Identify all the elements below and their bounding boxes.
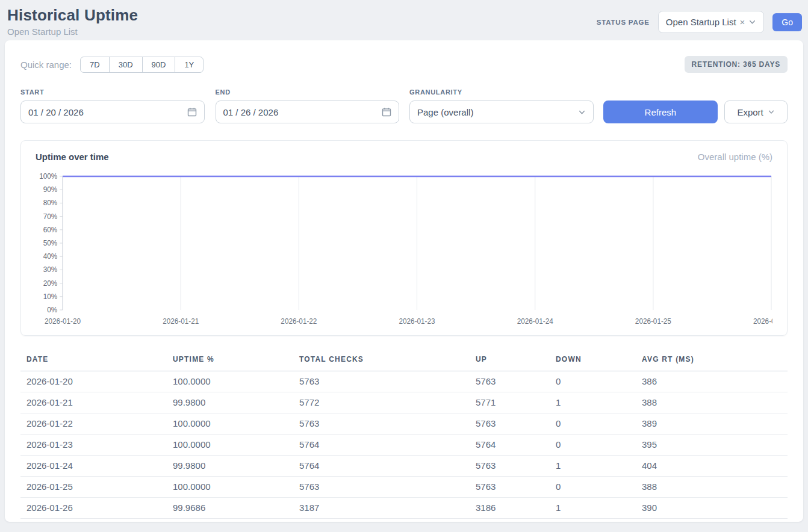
uptime-table: DATEUPTIME %TOTAL CHECKSUPDOWNAVG RT (MS… — [20, 351, 788, 519]
quick-range-group: 7D30D90D1Y — [80, 57, 204, 73]
table-cell: 2026-01-23 — [20, 435, 167, 456]
svg-text:2026-01-21: 2026-01-21 — [163, 317, 199, 326]
table-cell: 99.9800 — [167, 456, 293, 477]
table-cell: 404 — [636, 456, 788, 477]
granularity-field: GRANULARITY Page (overall) — [409, 88, 594, 123]
calendar-icon[interactable] — [187, 107, 197, 117]
quick-range-button-90d[interactable]: 90D — [142, 57, 176, 73]
svg-text:70%: 70% — [43, 212, 58, 220]
svg-text:50%: 50% — [43, 239, 58, 247]
svg-text:0%: 0% — [47, 306, 57, 314]
export-button-label: Export — [737, 107, 763, 117]
status-page-label: STATUS PAGE — [597, 19, 650, 26]
chart-title: Uptime over time — [36, 152, 109, 162]
status-page-select-value: Open Startup List — [666, 17, 736, 27]
table-cell: 2026-01-25 — [20, 477, 167, 498]
table-cell: 2026-01-21 — [20, 392, 167, 413]
table-row: 2026-01-2499.9800576457631404 — [20, 456, 788, 477]
table-cell: 100.0000 — [167, 435, 293, 456]
end-date-input[interactable]: 01 / 26 / 2026 — [216, 101, 400, 123]
table-cell: 100.0000 — [167, 371, 293, 392]
column-header-4: DOWN — [550, 351, 636, 371]
chevron-down-icon — [768, 108, 775, 116]
quick-range-button-7d[interactable]: 7D — [80, 57, 110, 73]
svg-text:90%: 90% — [43, 185, 58, 194]
quick-range-left: Quick range: 7D30D90D1Y — [20, 57, 204, 73]
column-header-3: UP — [470, 351, 550, 371]
table-row: 2026-01-23100.0000576457640395 — [20, 435, 788, 456]
granularity-select[interactable]: Page (overall) — [409, 101, 594, 123]
start-date-input[interactable]: 01 / 20 / 2026 — [20, 101, 205, 123]
column-header-1: UPTIME % — [167, 351, 293, 371]
table-cell: 5763 — [293, 371, 470, 392]
quick-range-button-30d[interactable]: 30D — [109, 57, 143, 73]
quick-range-row: Quick range: 7D30D90D1Y RETENTION: 365 D… — [20, 56, 788, 73]
header-right: STATUS PAGE Open Startup List × Go — [597, 11, 802, 33]
status-page-select[interactable]: Open Startup List × — [658, 11, 765, 33]
table-cell: 99.9800 — [167, 392, 293, 413]
column-header-0: DATE — [20, 351, 167, 371]
calendar-icon[interactable] — [382, 107, 391, 117]
svg-text:80%: 80% — [43, 199, 58, 207]
chevron-down-icon — [748, 18, 756, 26]
table-row: 2026-01-2699.9686318731861390 — [20, 498, 788, 519]
page-header: Historical Uptime Open Startup List STAT… — [0, 0, 808, 40]
svg-text:10%: 10% — [43, 292, 58, 301]
page-subtitle: Open Startup List — [7, 26, 138, 37]
uptime-chart: 0%10%20%30%40%50%60%70%80%90%100%2026-01… — [36, 172, 772, 329]
table-cell: 5764 — [293, 435, 470, 456]
table-cell: 388 — [636, 392, 788, 413]
svg-text:2026-01-26: 2026-01-26 — [753, 317, 772, 326]
main-panel: Quick range: 7D30D90D1Y RETENTION: 365 D… — [5, 40, 803, 522]
svg-text:2026-01-24: 2026-01-24 — [517, 317, 553, 326]
quick-range-button-1y[interactable]: 1Y — [175, 57, 204, 73]
column-header-2: TOTAL CHECKS — [293, 351, 470, 371]
end-date-field: END 01 / 26 / 2026 — [216, 88, 400, 123]
table-cell: 5763 — [470, 413, 550, 435]
table-cell: 0 — [550, 477, 636, 498]
go-button[interactable]: Go — [772, 13, 802, 31]
start-date-value: 01 / 20 / 2026 — [28, 107, 84, 117]
chart-legend: Overall uptime (%) — [698, 152, 772, 162]
svg-text:2026-01-22: 2026-01-22 — [281, 317, 317, 326]
fields-row: START 01 / 20 / 2026 END 01 / 26 / 2026 — [20, 88, 788, 123]
table-cell: 2026-01-22 — [20, 413, 167, 435]
uptime-chart-card: Uptime over time Overall uptime (%) 0%10… — [20, 140, 788, 336]
table-cell: 2026-01-20 — [20, 371, 167, 392]
svg-text:20%: 20% — [43, 279, 58, 287]
table-cell: 5763 — [293, 413, 470, 435]
table-cell: 2026-01-24 — [20, 456, 167, 477]
table-cell: 1 — [550, 498, 636, 519]
svg-text:2026-01-23: 2026-01-23 — [399, 317, 435, 326]
svg-text:100%: 100% — [39, 172, 57, 181]
table-cell: 2026-01-26 — [20, 498, 167, 519]
svg-text:60%: 60% — [43, 226, 58, 234]
table-cell: 5771 — [470, 392, 550, 413]
quick-range-label: Quick range: — [20, 60, 72, 70]
svg-text:2026-01-25: 2026-01-25 — [635, 317, 671, 326]
table-cell: 100.0000 — [167, 413, 293, 435]
table-cell: 1 — [550, 392, 636, 413]
end-label: END — [216, 88, 400, 96]
chevron-down-icon — [578, 108, 586, 116]
retention-badge: RETENTION: 365 DAYS — [685, 56, 788, 73]
table-cell: 5764 — [470, 435, 550, 456]
refresh-button[interactable]: Refresh — [603, 101, 718, 123]
table-cell: 5763 — [293, 477, 470, 498]
table-cell: 390 — [636, 498, 788, 519]
start-label: START — [20, 88, 205, 96]
table-cell: 395 — [636, 435, 788, 456]
table-row: 2026-01-2199.9800577257711388 — [20, 392, 788, 413]
svg-text:2026-01-20: 2026-01-20 — [45, 317, 81, 326]
export-button[interactable]: Export — [724, 101, 788, 123]
clear-selection-icon[interactable]: × — [740, 17, 745, 27]
table-cell: 99.9686 — [167, 498, 293, 519]
svg-text:40%: 40% — [43, 252, 58, 261]
table-cell: 1 — [550, 456, 636, 477]
table-row: 2026-01-20100.0000576357630386 — [20, 371, 788, 392]
table-row: 2026-01-22100.0000576357630389 — [20, 413, 788, 435]
table-cell: 5763 — [470, 477, 550, 498]
table-cell: 386 — [636, 371, 788, 392]
table-cell: 5772 — [293, 392, 470, 413]
table-header-row: DATEUPTIME %TOTAL CHECKSUPDOWNAVG RT (MS… — [20, 351, 788, 371]
